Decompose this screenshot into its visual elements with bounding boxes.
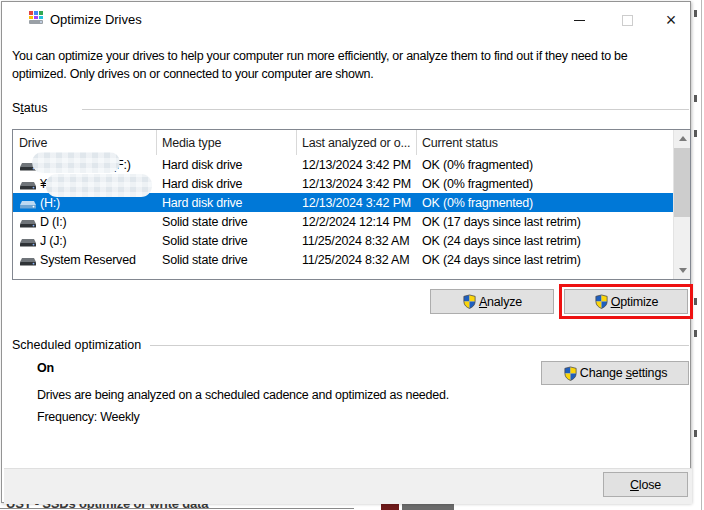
background-text-fragment	[694, 330, 697, 337]
background-heading-underline	[0, 508, 354, 509]
window-title: Optimize Drives	[50, 12, 142, 27]
last-analyzed: 12/13/2024 3:42 PM	[297, 158, 417, 172]
column-header-current-status[interactable]: Current status	[417, 130, 673, 155]
media-type: Hard disk drive	[157, 196, 297, 210]
schedule-description: Drives are being analyzed on a scheduled…	[37, 388, 449, 402]
maximize-icon	[622, 15, 633, 26]
last-analyzed: 12/13/2024 3:42 PM	[297, 177, 417, 191]
background-text-fragment	[694, 130, 697, 137]
background-text-fragment	[694, 10, 697, 17]
uac-shield-icon	[563, 366, 578, 381]
background-text-fragment	[694, 95, 697, 102]
current-status: OK (0% fragmented)	[417, 158, 673, 172]
status-section-label: Status	[12, 101, 47, 115]
current-status: OK (0% fragmented)	[417, 177, 673, 191]
scrollbar-thumb[interactable]	[674, 148, 691, 217]
minimize-icon	[574, 20, 585, 21]
last-analyzed: 12/13/2024 3:42 PM	[297, 196, 417, 210]
change-settings-button[interactable]: Change settings	[541, 361, 689, 385]
drive-name: (H:)	[40, 196, 60, 210]
chevron-down-icon	[679, 268, 687, 273]
drive-icon	[20, 254, 36, 266]
optimize-drives-app-icon	[28, 10, 44, 26]
drive-name: D (I:)	[40, 215, 67, 229]
drive-icon	[20, 197, 36, 209]
close-button-label: Close	[630, 478, 661, 492]
current-status: OK (0% fragmented)	[417, 196, 673, 210]
media-type: Solid state drive	[157, 215, 297, 229]
background-text-fragment	[694, 298, 697, 305]
scrollbar-down-button[interactable]	[674, 262, 691, 279]
last-analyzed: 11/25/2024 8:32 AM	[297, 253, 417, 267]
drive-list: Drive Media type Last analyzed or o... C…	[12, 129, 691, 280]
scheduled-section-divider	[150, 345, 689, 346]
drive-icon	[20, 216, 36, 228]
close-button[interactable]: Close	[603, 472, 688, 497]
change-settings-button-label: Change settings	[580, 366, 667, 380]
close-icon: ×	[666, 11, 677, 29]
drive-icon	[20, 235, 36, 247]
schedule-frequency: Frequency: Weekly	[37, 410, 140, 424]
chevron-up-icon	[679, 136, 687, 141]
scheduled-optimization-label: Scheduled optimization	[12, 338, 141, 352]
current-status: OK (24 days since last retrim)	[417, 253, 673, 267]
background-text-fragment	[694, 430, 697, 437]
media-type: Solid state drive	[157, 253, 297, 267]
status-section-divider	[82, 109, 689, 110]
table-row-system-reserved[interactable]: System Reserved Solid state drive 11/25/…	[13, 250, 673, 269]
drive-name: J (J:)	[40, 234, 67, 248]
drive-icon	[20, 178, 36, 190]
minimize-button[interactable]	[562, 8, 596, 32]
last-analyzed: 12/2/2024 12:14 PM	[297, 215, 417, 229]
uac-shield-icon	[462, 294, 477, 309]
current-status: OK (17 days since last retrim)	[417, 215, 673, 229]
uac-shield-icon	[594, 294, 609, 309]
background-window-edge	[701, 0, 702, 510]
maximize-button	[610, 8, 644, 32]
table-row-drive-d[interactable]: D (I:) Solid state drive 12/2/2024 12:14…	[13, 212, 673, 231]
intro-text-line2: optimized. Only drives on or connected t…	[12, 67, 373, 81]
schedule-state: On	[37, 361, 54, 375]
scrollbar-up-button[interactable]	[674, 130, 691, 147]
drive-name: System Reserved	[40, 253, 136, 267]
drive-list-header: Drive Media type Last analyzed or o... C…	[13, 130, 673, 155]
close-window-button[interactable]: ×	[654, 8, 688, 32]
background-fragment-red	[381, 504, 399, 510]
current-status: OK (24 days since last retrim)	[417, 234, 673, 248]
media-type: Hard disk drive	[157, 177, 297, 191]
table-row-drive-j[interactable]: J (J:) Solid state drive 11/25/2024 8:32…	[13, 231, 673, 250]
scrollbar[interactable]	[673, 130, 690, 279]
background-fragment-gray	[402, 504, 454, 510]
media-type: Hard disk drive	[157, 158, 297, 172]
last-analyzed: 11/25/2024 8:32 AM	[297, 234, 417, 248]
optimize-button[interactable]: Optimize	[564, 289, 688, 314]
optimize-drives-dialog: Optimize Drives × You can optimize your …	[1, 1, 691, 503]
intro-text-line1: You can optimize your drives to help you…	[12, 49, 628, 63]
analyze-button-label: Analyze	[479, 295, 522, 309]
redaction-blur	[32, 152, 120, 173]
column-header-media-type[interactable]: Media type	[157, 130, 297, 155]
column-header-last-analyzed[interactable]: Last analyzed or o...	[297, 130, 417, 155]
screen: UST - SSDs optimize or write data Optimi…	[0, 0, 704, 510]
dialog-footer	[4, 468, 692, 504]
analyze-button[interactable]: Analyze	[430, 289, 554, 314]
redaction-blur	[46, 174, 152, 197]
optimize-button-label: Optimize	[611, 295, 659, 309]
media-type: Solid state drive	[157, 234, 297, 248]
